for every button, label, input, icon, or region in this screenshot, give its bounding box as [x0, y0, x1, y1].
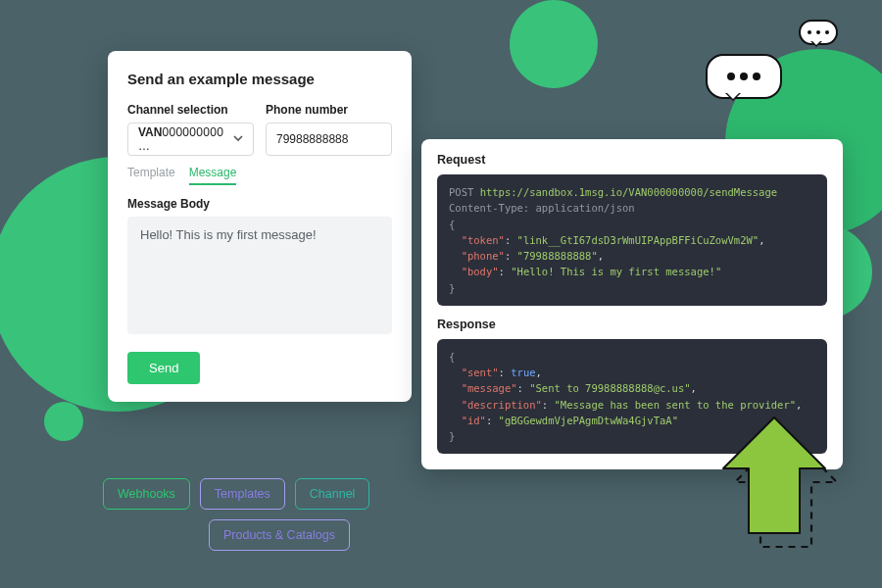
- send-button[interactable]: Send: [127, 352, 200, 384]
- panel-title: Send an example message: [127, 71, 392, 87]
- tag-templates[interactable]: Templates: [200, 478, 285, 510]
- send-message-panel: Send an example message Channel selectio…: [108, 51, 412, 402]
- channel-select[interactable]: VAN000000000 …: [127, 122, 254, 156]
- phone-label: Phone number: [266, 103, 392, 117]
- tag-products[interactable]: Products & Catalogs: [209, 519, 350, 551]
- tag-channel[interactable]: Channel: [295, 478, 370, 510]
- upload-arrow-icon: [715, 412, 853, 559]
- phone-input[interactable]: [266, 122, 392, 156]
- message-body-input[interactable]: Hello! This is my first message!: [127, 217, 392, 334]
- speech-bubble-icon: [799, 20, 838, 45]
- request-heading: Request: [437, 153, 827, 167]
- response-heading: Response: [437, 318, 827, 331]
- bg-circle: [44, 402, 83, 441]
- request-code: POST https://sandbox.1msg.io/VAN00000000…: [437, 174, 827, 306]
- chevron-down-icon: [233, 132, 243, 146]
- tab-template[interactable]: Template: [127, 166, 175, 185]
- speech-bubble-icon: [706, 54, 782, 99]
- channel-label: Channel selection: [127, 103, 254, 117]
- tab-message[interactable]: Message: [189, 166, 237, 185]
- tag-row: Webhooks Templates Channel Products & Ca…: [103, 478, 416, 551]
- channel-value: VAN000000000 …: [138, 125, 227, 153]
- body-label: Message Body: [127, 197, 392, 211]
- tag-webhooks[interactable]: Webhooks: [103, 478, 190, 510]
- composer-tabs: Template Message: [127, 166, 392, 185]
- bg-circle: [510, 0, 598, 88]
